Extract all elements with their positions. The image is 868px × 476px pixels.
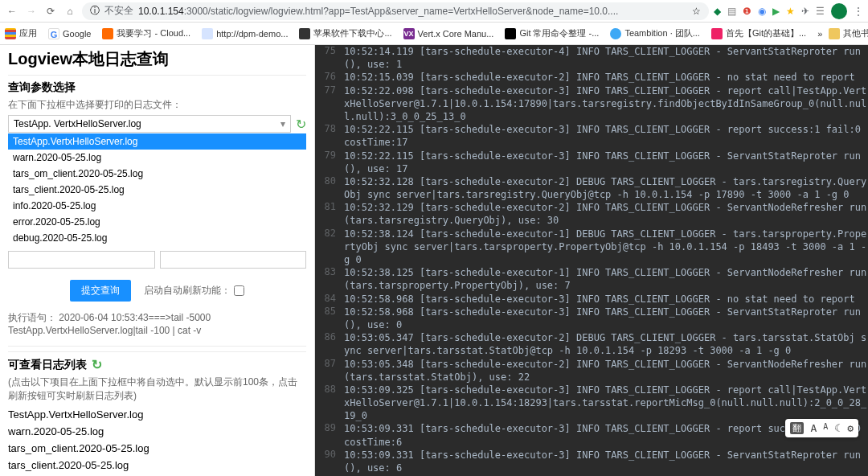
log-text: 10:53:09.331 [tars-schedule-executor-3] … [344,449,868,474]
logfile-dropdown[interactable]: TestApp. VertxHelloServer.log [8,115,291,133]
log-viewer[interactable]: 7510:52:14.119 [tars-schedule-executor-4… [315,45,868,476]
link-icon [202,28,213,39]
refresh-icon[interactable]: ↻ [296,117,306,132]
log-line: 8210:52:38.124 [tars-schedule-executor-1… [315,228,868,267]
log-line: 7910:52:22.115 [tars-schedule-executor-3… [315,150,868,175]
section-select-title: 查询参数选择 [8,75,306,95]
floating-toolbar: 翻 A A ☾ ⚙ [785,419,858,437]
viewable-log-item[interactable]: warn.2020-05-25.log [8,423,306,440]
darkmode-icon[interactable]: ☾ [834,422,841,434]
line-number: 90 [315,449,344,474]
bookmark-git[interactable]: Git 常用命令整理 -... [505,27,599,39]
ext-icon-5[interactable]: ▶ [772,6,780,17]
juejin-icon [711,28,723,39]
log-text: 10:53:05.348 [tars-schedule-executor-2] … [344,358,868,384]
viewable-log-item[interactable]: tars_om_client.2020-05-25.log [8,440,306,457]
viewable-log-item[interactable]: TestApp.VertxHelloServer.log [8,406,306,423]
line-number: 75 [315,45,344,71]
info-icon[interactable]: ⓘ [90,4,100,18]
autorefresh-text: 启动自动刷新功能： [144,284,231,298]
line-number: 79 [315,150,344,175]
line-number: 89 [315,422,344,448]
logfile-option[interactable]: tars_client.2020-05-25.log [8,182,306,198]
logfile-option[interactable]: info.2020-05-25.log [8,198,306,214]
translate-icon[interactable]: 翻 [790,422,804,434]
log-line: 7710:52:22.098 [tars-schedule-executor-3… [315,84,868,124]
viewable-log-item[interactable]: tars_client.2020-05-25.log [8,457,306,474]
log-text: 10:52:32.128 [tars-schedule-executor-2] … [344,175,868,201]
ext-icon-1[interactable]: ◆ [714,6,721,17]
bookmark-juejin[interactable]: 首先【Git的基础】... [711,27,806,39]
bookmark-vertx[interactable]: VXVert.x Core Manu... [403,28,494,39]
logfile-option[interactable]: TestApp.VertxHelloServer.log [8,133,306,150]
log-line: 7510:52:14.119 [tars-schedule-executor-4… [315,45,868,71]
log-line: 8510:52:58.968 [tars-schedule-executor-3… [315,306,868,331]
line-number: 86 [315,331,344,357]
bookmarks-bar: 应用 GGoogle 我要学习 - Cloud... http://dpm-de… [0,23,868,45]
dropdown-value: TestApp. VertxHelloServer.log [14,118,141,129]
log-text: 10:53:09.325 [tars-schedule-executor-3] … [344,384,868,423]
apple-icon [299,28,310,39]
bookmark-study[interactable]: 我要学习 - Cloud... [102,27,190,39]
log-text: 10:52:14.119 [tars-schedule-executor-4] … [344,45,868,71]
line-number: 85 [315,306,344,331]
bookmark-apple[interactable]: 苹果软件下载中心... [299,27,391,39]
log-line: 8310:52:38.125 [tars-schedule-executor-1… [315,266,868,292]
filter-input-1[interactable] [8,251,155,269]
star-icon[interactable]: ☆ [692,6,701,17]
log-text: 10:52:32.129 [tars-schedule-executor-2] … [344,201,868,227]
teambition-icon [610,28,621,39]
fontsize-icon[interactable]: A [823,422,828,434]
line-number: 77 [315,84,344,124]
other-bookmarks[interactable]: 其他书签 [829,27,868,39]
viewable-list: TestApp.VertxHelloServer.logwarn.2020-05… [8,406,306,476]
apps-icon [5,28,16,39]
logfile-option[interactable]: error.2020-05-25.log [8,214,306,230]
ext-icon-4[interactable]: ◉ [758,6,766,17]
font-icon[interactable]: A [810,422,817,434]
autorefresh-checkbox[interactable] [234,285,244,296]
ext-icon-6[interactable]: ★ [786,6,795,17]
log-line: 8110:52:32.129 [tars-schedule-executor-2… [315,201,868,227]
log-text: 10:52:22.098 [tars-schedule-executor-3] … [344,84,868,124]
bookmark-teambition[interactable]: Teambition · 团队... [610,27,700,39]
forward-button[interactable]: → [24,4,39,18]
logfile-option[interactable]: warn.2020-05-25.log [8,150,306,166]
settings-gear-icon[interactable]: ⚙ [847,422,854,434]
url-bar[interactable]: ⓘ 不安全 10.0.1.154:3000/static/logview/log… [82,2,709,20]
autorefresh-label[interactable]: 启动自动刷新功能： [144,284,244,298]
ext-icon-7[interactable]: ✈ [801,6,809,17]
menu-icon[interactable]: ⋮ [854,6,863,17]
extension-icons: ◆ ▤ ❶ ◉ ▶ ★ ✈ ☰ ⋮ [714,3,863,19]
bookmarks-overflow[interactable]: » [817,29,822,39]
ext-icon-3[interactable]: ❶ [743,6,751,17]
log-line: 8610:53:05.347 [tars-schedule-executor-2… [315,331,868,357]
logfile-option[interactable]: debug.2020-05-25.log [8,230,306,246]
bookmark-dpm[interactable]: http://dpm-demo... [202,28,288,39]
bookmark-google[interactable]: GGoogle [48,28,91,39]
submit-button[interactable]: 提交查询 [70,280,131,302]
insecure-label: 不安全 [104,4,133,18]
viewable-hint: (点击以下项目在上面下拉框中将自动选中。默认显示前100条，点击刷新按钮可实时刷… [8,375,306,403]
log-text: 10:52:22.115 [tars-schedule-executor-3] … [344,150,868,175]
cloud-icon [102,28,113,39]
log-text: 10:52:58.968 [tars-schedule-executor-3] … [344,293,868,306]
line-number: 88 [315,384,344,423]
back-button[interactable]: ← [5,4,19,18]
user-avatar[interactable] [831,3,847,19]
line-number: 82 [315,228,344,267]
log-text: 10:52:58.968 [tars-schedule-executor-3] … [344,306,868,331]
log-line: 8410:52:58.968 [tars-schedule-executor-3… [315,293,868,306]
ext-icon-2[interactable]: ▤ [727,6,736,17]
ext-icon-8[interactable]: ☰ [816,6,825,17]
home-button[interactable]: ⌂ [63,4,77,18]
viewable-refresh-icon[interactable]: ↻ [92,357,102,372]
reload-button[interactable]: ⟳ [43,4,58,18]
line-number: 80 [315,175,344,201]
line-number: 84 [315,293,344,306]
apps-shortcut[interactable]: 应用 [5,27,37,39]
log-line: 7810:52:22.115 [tars-schedule-executor-3… [315,123,868,149]
filter-input-2[interactable] [160,251,307,269]
log-text: 10:52:38.124 [tars-schedule-executor-1] … [344,228,868,267]
logfile-option[interactable]: tars_om_client.2020-05-25.log [8,166,306,182]
